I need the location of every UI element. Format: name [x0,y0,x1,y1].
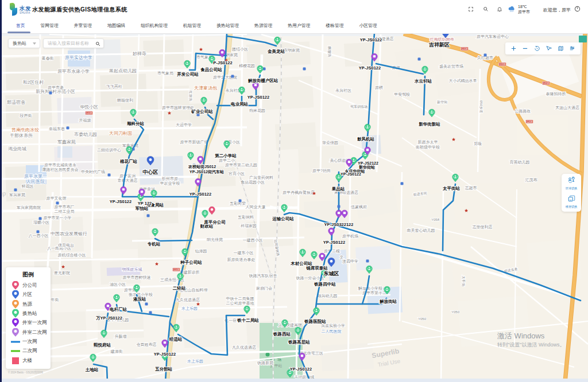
svg-text:团结小区: 团结小区 [232,47,248,52]
svg-text:五彩饲料: 五彩饲料 [238,215,254,220]
svg-text:幸福东巷: 幸福东巷 [49,127,65,131]
svg-text:红梅纺织附件: 红梅纺织附件 [430,37,454,42]
svg-text:液压站: 液压站 [133,297,146,302]
svg-text:YP-JS012街汽车站: YP-JS012街汽车站 [189,169,224,174]
svg-text:市委幼儿园: 市委幼儿园 [74,132,97,137]
svg-text:新华街新站: 新华街新站 [418,122,440,127]
svg-text:康路社区居民委员会: 康路社区居民委员会 [42,167,79,172]
svg-text:棉花厂站: 棉花厂站 [119,159,138,164]
svg-text:阳光佳苑: 阳光佳苑 [207,237,223,242]
svg-text:棉樱花园: 棉樱花园 [239,64,255,68]
svg-text:驾车训练场: 驾车训练场 [350,104,368,109]
svg-text:育英幼儿园: 育英幼儿园 [510,159,530,165]
svg-text:军怡站: 军怡站 [136,206,149,211]
svg-text:市气象局: 市气象局 [157,71,173,76]
svg-text:溃四中学: 溃四中学 [342,259,358,264]
svg-text:YP-JS0122: YP-JS0122 [189,192,211,197]
svg-text:铁十二局站: 铁十二局站 [237,318,259,323]
svg-text:顺科分站: 顺科分站 [126,121,145,126]
svg-text:妙祥寺: 妙祥寺 [133,51,146,56]
svg-text:干部休养所: 干部休养所 [9,133,33,138]
svg-text:YP-JS0122: YP-JS0122 [154,352,176,357]
svg-text:种子公司站: 种子公司站 [180,260,202,265]
svg-text:水上乐园: 水上乐园 [181,306,198,311]
svg-text:中铁十二局集团: 中铁十二局集团 [226,297,254,301]
svg-text:志华便利店: 志华便利店 [473,224,493,229]
svg-text:激活 Windows: 激活 Windows [497,332,545,340]
svg-text:运输公司站: 运输公司站 [272,216,294,221]
svg-text:瑞赡小区: 瑞赡小区 [33,220,49,225]
svg-text:YP-JS0122: YP-JS0122 [360,37,382,42]
svg-text:原平水第一: 原平水第一 [24,174,47,179]
svg-text:仙潭园: 仙潭园 [195,249,207,254]
svg-text:原平市第一小学: 原平市第一小学 [44,215,72,220]
svg-text:铁路汽车队宿舍: 铁路汽车队宿舍 [249,273,277,278]
svg-text:第二小学站: 第二小学站 [214,153,237,158]
svg-text:YP-JS0122: YP-JS0122 [341,172,361,176]
svg-text:义文快捷宾馆: 义文快捷宾馆 [278,322,302,328]
svg-text:YP-JS0122: YP-JS0122 [247,95,269,100]
svg-text:军兴家苑南院: 军兴家苑南院 [17,205,41,210]
svg-text:YP-JS0322122: YP-JS0322122 [324,222,354,227]
svg-text:原平市新镇广场: 原平市新镇广场 [180,139,208,145]
svg-text:金美龙站: 金美龙站 [267,49,285,54]
svg-text:农校站街JS012: 农校站街JS012 [188,164,216,169]
svg-text:电杆厂站: 电杆厂站 [110,307,127,312]
svg-text:二阳培训中心: 二阳培训中心 [97,148,121,153]
svg-text:祥瑞家园: 祥瑞家园 [241,224,257,228]
svg-text:矿业公司站: 矿业公司站 [191,109,213,114]
svg-text:解放街站: 解放街站 [379,299,397,304]
svg-text:开发公司站: 开发公司站 [176,72,199,77]
svg-text:YP-JS0122: YP-JS0122 [110,199,131,204]
svg-text:人民医院: 人民医院 [26,179,45,184]
svg-text:东城区: 东城区 [323,271,339,276]
svg-text:八一西小区: 八一西小区 [29,233,49,238]
svg-text:街初级中学校: 街初级中学校 [416,145,440,150]
svg-text:部适宿舍: 部适宿舍 [7,100,25,105]
svg-text:明珠娱乐城: 明珠娱乐城 [122,267,142,272]
svg-text:文: 文 [340,255,344,259]
svg-text:和2区住村: 和2区住村 [23,80,44,85]
svg-text:华众佳园: 华众佳园 [322,141,338,145]
svg-text:大小武精品水果: 大小武精品水果 [449,79,477,83]
svg-text:Y058: Y058 [431,218,440,221]
svg-text:二轻站: 二轻站 [173,286,186,291]
svg-text:Y050: Y050 [451,310,460,314]
svg-text:050乡道: 050乡道 [479,100,483,113]
svg-text:大同刀削面: 大同刀削面 [109,131,133,136]
svg-text:仓百姓布店: 仓百姓布店 [137,342,157,347]
svg-text:晋南牛肉水饺: 晋南牛肉水饺 [11,127,39,132]
svg-text:原平二小: 原平二小 [219,158,235,162]
svg-text:一建东小区: 一建东小区 [234,251,254,255]
svg-text:伍篆枫府: 伍篆枫府 [351,205,367,209]
svg-text:电业局站: 电业局站 [231,102,249,107]
svg-text:红旗街: 红旗街 [188,90,192,102]
svg-text:鼓风机站: 鼓风机站 [357,137,375,142]
svg-text:铁路一分会小区: 铁路一分会小区 [296,276,324,280]
svg-text:YP-JS0122: YP-JS0122 [290,367,312,372]
svg-text:颐兴幼儿园: 颐兴幼儿园 [318,294,338,298]
svg-text:原平市国林管理处: 原平市国林管理处 [162,105,194,110]
svg-text:军兴家苑: 军兴家苑 [9,193,25,197]
svg-text:万YP-JS0122: 万YP-JS0122 [95,315,122,321]
svg-text:泰隆招待所: 泰隆招待所 [546,92,566,96]
svg-text:华悦小区: 华悦小区 [80,104,98,110]
svg-text:家崩门会: 家崩门会 [256,286,272,291]
svg-text:段声街: 段声街 [20,114,32,118]
svg-text:铁路新苑: 铁路新苑 [257,360,273,365]
svg-text:人同业大厦: 人同业大厦 [246,205,266,209]
svg-text:YP-JS0122: YP-JS0122 [323,240,345,245]
svg-text:二公司原平基地: 二公司原平基地 [226,301,254,305]
svg-text:建潭街: 建潭街 [110,349,123,354]
svg-text:熙悦府站: 熙悦府站 [94,342,111,348]
svg-text:P-JS0122: P-JS0122 [213,60,232,65]
svg-text:经适站: 经适站 [169,337,183,342]
svg-text:G338: G338 [543,82,550,85]
svg-text:中心区: 中心区 [143,169,158,175]
svg-text:大运中学: 大运中学 [176,123,192,127]
svg-text:中国农业发展银行: 中国农业发展银行 [51,231,87,236]
svg-text:解放街小学校: 解放街小学校 [358,286,382,291]
svg-text:京都大酒店: 京都大酒店 [118,178,138,183]
svg-text:原平市西野快速: 原平市西野快速 [123,275,151,280]
svg-text:锦席双泰站: 锦席双泰站 [305,266,328,271]
